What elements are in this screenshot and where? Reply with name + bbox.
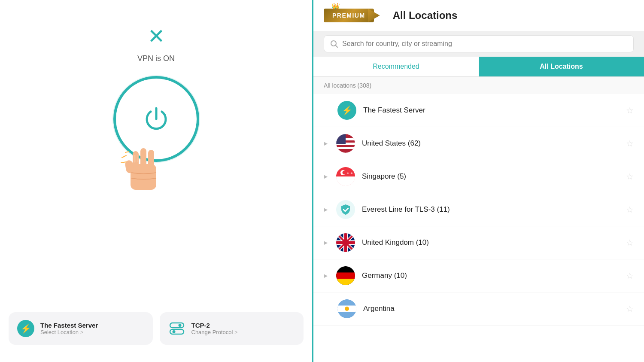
search-icon [330, 40, 338, 48]
location-name: Everest Line for TLS-3 (11) [362, 205, 619, 214]
search-bar [313, 31, 644, 57]
location-name: Argentina [363, 304, 619, 313]
svg-point-11 [172, 330, 175, 333]
location-name: Germany (10) [362, 271, 619, 280]
search-input[interactable] [342, 40, 627, 48]
right-panel: 👑 PREMIUM All Locations Recommended All … [313, 0, 644, 362]
location-name: United States (62) [362, 139, 619, 148]
svg-rect-8 [170, 323, 184, 328]
gb-flag [336, 233, 355, 252]
list-item[interactable]: ▶ Everest Line for TLS-3 (11) ☆ [313, 193, 644, 226]
bolt-icon: ⚡ [21, 323, 31, 334]
location-name: The Fastest Server [363, 106, 619, 115]
expand-icon: ▶ [324, 173, 328, 179]
page-title: All Locations [393, 9, 458, 21]
svg-rect-17 [336, 147, 355, 149]
svg-rect-3 [148, 150, 154, 167]
premium-badge-wrap: 👑 PREMIUM [324, 9, 374, 22]
list-item[interactable]: ▶ ✦ ✦ ✦ Singapore (5) ☆ [313, 160, 644, 193]
server-card-text: The Fastest Server Select Location > [40, 322, 98, 335]
star-icon[interactable]: ☆ [626, 304, 634, 314]
x-icon: ✕ [148, 26, 165, 47]
expand-icon: ▶ [324, 207, 328, 213]
list-item[interactable]: ▶ United States (62) ☆ [313, 127, 644, 160]
tab-recommended[interactable]: Recommended [313, 57, 479, 76]
server-card[interactable]: ⚡ The Fastest Server Select Location > [9, 312, 153, 345]
svg-rect-39 [336, 266, 355, 273]
list-item[interactable]: Argentina ☆ [313, 292, 644, 325]
everest-shield-icon [336, 200, 355, 219]
star-icon[interactable]: ☆ [626, 204, 634, 215]
right-header: 👑 PREMIUM All Locations [313, 0, 644, 31]
protocol-icon [168, 320, 185, 337]
expand-icon: ▶ [324, 140, 328, 146]
location-name: Singapore (5) [362, 172, 619, 181]
de-flag [336, 266, 355, 285]
svg-line-7 [125, 152, 129, 152]
hand-cursor [118, 140, 169, 196]
svg-line-5 [122, 155, 126, 158]
svg-line-13 [336, 46, 337, 47]
star-icon[interactable]: ☆ [626, 271, 634, 281]
svg-text:✦ ✦ ✦: ✦ ✦ ✦ [346, 171, 355, 175]
us-flag [336, 134, 355, 153]
ar-flag [337, 299, 356, 318]
svg-point-12 [331, 41, 336, 46]
star-icon[interactable]: ☆ [626, 237, 634, 248]
protocol-card[interactable]: TCP-2 Change Protocol > [160, 312, 304, 345]
server-card-arrow: > [80, 329, 83, 335]
location-tabs: Recommended All Locations [313, 57, 644, 77]
location-name: United Kingdom (10) [362, 238, 619, 247]
svg-point-47 [345, 307, 349, 311]
expand-icon: ▶ [324, 273, 328, 279]
protocol-card-text: TCP-2 Change Protocol > [191, 322, 238, 335]
svg-rect-23 [336, 176, 355, 186]
vpn-status: VPN is ON [137, 54, 175, 63]
star-icon[interactable]: ☆ [626, 171, 634, 182]
server-card-title: The Fastest Server [40, 322, 98, 329]
list-item[interactable]: ▶ Germany (10) ☆ [313, 259, 644, 292]
power-icon [141, 104, 171, 134]
star-icon[interactable]: ☆ [626, 138, 634, 149]
power-button-area [109, 76, 204, 196]
svg-point-10 [178, 324, 181, 327]
svg-rect-9 [170, 329, 184, 334]
search-input-wrap[interactable] [324, 35, 634, 52]
svg-rect-41 [336, 279, 355, 285]
locations-count: All locations (308) [313, 77, 644, 94]
protocol-card-title: TCP-2 [191, 322, 238, 329]
left-panel: ✕ VPN is ON [0, 0, 313, 362]
tab-all-locations[interactable]: All Locations [479, 57, 644, 76]
protocol-card-arrow: > [234, 329, 237, 335]
app-logo: ✕ [146, 26, 167, 47]
protocol-card-subtitle: Change Protocol > [191, 329, 238, 335]
list-item[interactable]: ⚡ The Fastest Server ☆ [313, 94, 644, 127]
bottom-cards: ⚡ The Fastest Server Select Location > [9, 312, 304, 345]
premium-badge[interactable]: PREMIUM [324, 9, 374, 22]
svg-rect-46 [337, 312, 356, 319]
location-list: ⚡ The Fastest Server ☆ ▶ United States (… [313, 94, 644, 362]
svg-rect-40 [336, 273, 355, 279]
svg-rect-2 [140, 148, 146, 167]
server-icon: ⚡ [17, 320, 34, 337]
svg-rect-44 [337, 299, 356, 306]
sg-flag: ✦ ✦ ✦ [336, 167, 355, 186]
star-icon[interactable]: ☆ [626, 105, 634, 116]
list-item[interactable]: ▶ United Kingd [313, 226, 644, 259]
svg-point-25 [343, 171, 346, 175]
expand-icon: ▶ [324, 240, 328, 246]
fastest-server-icon: ⚡ [337, 101, 356, 120]
server-card-subtitle: Select Location > [40, 329, 98, 335]
